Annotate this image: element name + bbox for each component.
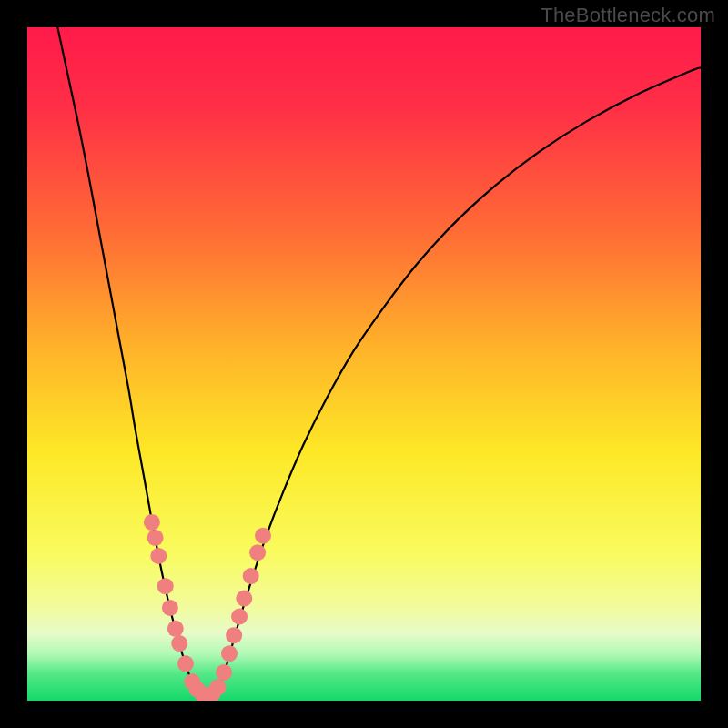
marker-dot [231,609,248,625]
marker-dot [236,591,252,607]
marker-dot [226,627,242,643]
chart-frame: TheBottleneck.com [0,0,728,728]
marker-dot [167,621,184,637]
marker-dot [162,600,178,616]
marker-dot [157,578,174,594]
marker-dot [147,530,164,546]
marker-dot [255,528,271,544]
watermark-text: TheBottleneck.com [541,4,715,27]
marker-dot [177,655,194,672]
curve-layer [27,27,701,701]
marker-dot [243,568,259,584]
marker-dot [144,514,160,531]
curve-left [57,27,202,694]
marker-group [144,514,271,701]
marker-dot [221,645,238,662]
curve-right [213,67,702,693]
marker-dot [150,548,167,564]
marker-dot [216,664,232,681]
marker-dot [171,635,187,652]
marker-dot [249,544,266,561]
marker-dot [209,679,226,695]
plot-area [27,27,701,701]
